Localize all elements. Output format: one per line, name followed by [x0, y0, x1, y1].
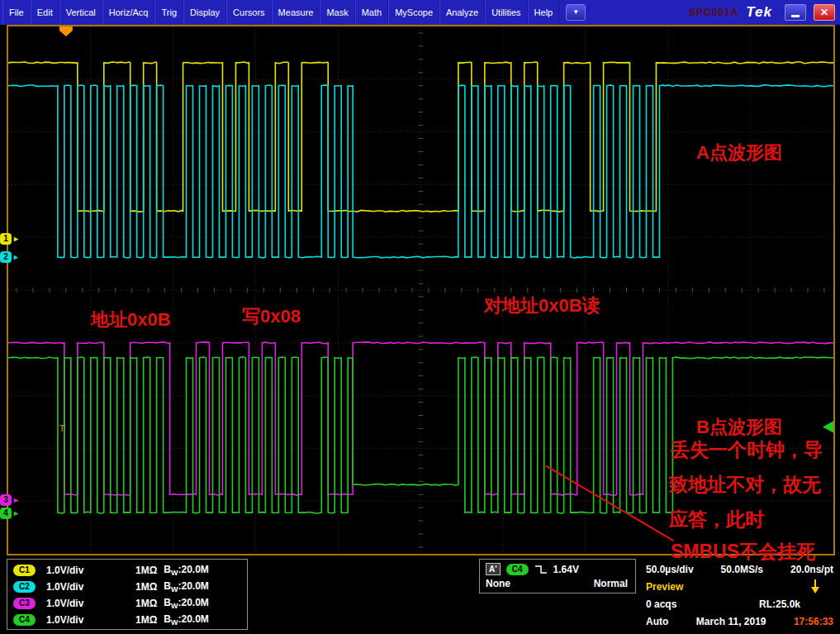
menu-item-math[interactable]: Math — [355, 0, 388, 25]
watermark-text: SPC001A — [689, 7, 738, 18]
mode-date-row: Auto March 11, 2019 17:56:33 — [646, 613, 833, 630]
menu-item-vertical[interactable]: Vertical — [59, 0, 102, 25]
channel-number-badge: 3 — [0, 494, 12, 506]
menu-item-mask[interactable]: Mask — [320, 0, 354, 25]
channel-position-marker-3[interactable]: 3► — [0, 494, 20, 506]
minimize-icon — [791, 15, 800, 17]
annotation-note-line1: 丢失一个时钟，导 — [671, 437, 823, 463]
channel-marker-arrow-icon: ► — [12, 233, 20, 245]
channel-scale-value: 1.0V/div — [46, 614, 99, 626]
minimize-button[interactable] — [785, 4, 806, 21]
annotation-note-line3: 应答，此时 — [669, 507, 764, 532]
channel-bandwidth-value: BW:20.0M — [164, 597, 209, 610]
tek-logo: Tek — [746, 4, 772, 21]
chevron-down-icon: ▼ — [572, 9, 579, 16]
timebase-value: 50.0µs/div — [646, 564, 694, 575]
annotation-a-waveform: A点波形图 — [696, 141, 782, 165]
channel-number-badge: 2 — [0, 251, 12, 263]
record-length-value: RL:25.0k — [759, 598, 800, 610]
annotation-read: 对地址0x0B读 — [484, 293, 600, 318]
time-value: 17:56:33 — [794, 616, 833, 627]
status-bar: C11.0V/div1MΩBW:20.0MC21.0V/div1MΩBW:20.… — [0, 555, 840, 634]
trigger-mode-row: None Normal — [486, 578, 628, 589]
annotation-b-waveform: B点波形图 — [696, 415, 782, 440]
menu-item-myscope[interactable]: MyScope — [388, 0, 439, 25]
channel-marker-arrow-icon: ► — [12, 251, 20, 263]
annotation-address: 地址0x0B — [91, 307, 171, 332]
channel-readout-box: C11.0V/div1MΩBW:20.0MC21.0V/div1MΩBW:20.… — [7, 559, 248, 630]
channel-badge-c4[interactable]: C4 — [13, 614, 36, 626]
trigger-a-badge: A' — [486, 563, 501, 575]
channel-bandwidth-value: BW:20.0M — [164, 613, 209, 627]
channel-badge-c1[interactable]: C1 — [13, 565, 36, 576]
menu-item-utilities[interactable]: Utilities — [485, 0, 527, 25]
channel-marker-arrow-icon: ► — [12, 508, 20, 519]
channel-readout-row-c3[interactable]: C31.0V/div1MΩBW:20.0M — [13, 595, 247, 612]
yellow-down-arrow-icon — [810, 579, 820, 594]
menu-item-measure[interactable]: Measure — [272, 0, 320, 25]
preview-row: Preview — [646, 578, 833, 595]
channel-number-badge: 4 — [0, 508, 12, 519]
menu-bar: FileEditVerticalHoriz/AcqTrigDisplayCurs… — [0, 0, 840, 25]
channel-bandwidth-value: BW:20.0M — [164, 580, 209, 593]
menu-right-cluster: SPC001A Tek ✕ — [689, 4, 840, 21]
channel-scale-value: 1.0V/div — [46, 598, 99, 609]
menu-item-help[interactable]: Help — [528, 0, 560, 25]
preview-label: Preview — [646, 581, 683, 593]
falling-edge-icon — [534, 564, 548, 575]
waveform-ch1-smbdat-a — [8, 62, 833, 212]
acquisition-row: 0 acqs RL:25.0k — [646, 595, 833, 613]
acquisition-mode: Auto — [646, 616, 668, 627]
channel-scale-value: 1.0V/div — [46, 565, 99, 576]
channel-bandwidth-value: BW:20.0M — [164, 564, 209, 577]
menu-items: FileEditVerticalHoriz/AcqTrigDisplayCurs… — [2, 0, 559, 25]
trigger-level-value: 1.64V — [553, 564, 579, 575]
channel-badge-c3[interactable]: C3 — [13, 598, 36, 609]
close-button[interactable]: ✕ — [814, 4, 835, 21]
channel-marker-arrow-icon: ► — [12, 494, 20, 506]
channel-badge-c2[interactable]: C2 — [13, 581, 36, 593]
channel-readout-row-c1[interactable]: C11.0V/div1MΩBW:20.0M — [13, 562, 247, 579]
annotation-note-line4: SMBUS不会挂死 — [671, 539, 815, 565]
sample-rate-value: 50.0MS/s — [721, 564, 763, 575]
oscilloscope-screen: FileEditVerticalHoriz/AcqTrigDisplayCurs… — [0, 0, 840, 634]
channel-scale-value: 1.0V/div — [46, 581, 99, 593]
trigger-readout-box[interactable]: A' C4 1.64V None Normal — [479, 559, 636, 593]
channel-impedance-value: 1MΩ — [135, 581, 157, 593]
date-value: March 11, 2019 — [696, 616, 766, 627]
menu-item-horiz-acq[interactable]: Horiz/Acq — [102, 0, 155, 25]
trigger-summary-row: A' C4 1.64V — [486, 563, 628, 575]
menu-dropdown-button[interactable]: ▼ — [566, 4, 586, 21]
menu-item-edit[interactable]: Edit — [31, 0, 59, 25]
channel-impedance-value: 1MΩ — [135, 565, 157, 576]
resolution-value: 20.0ns/pt — [790, 564, 833, 575]
menu-item-display[interactable]: Display — [183, 0, 226, 25]
menu-item-analyze[interactable]: Analyze — [439, 0, 485, 25]
menu-item-trig[interactable]: Trig — [154, 0, 183, 25]
acquisitions-count: 0 acqs — [646, 598, 676, 610]
annotation-note-line2: 致地址不对，故无 — [669, 472, 821, 498]
channel-impedance-value: 1MΩ — [135, 598, 157, 609]
trigger-mode-normal: Normal — [594, 578, 628, 589]
channel-position-marker-4[interactable]: 4► — [0, 508, 20, 519]
channel-impedance-value: 1MΩ — [135, 614, 157, 626]
channel-readout-row-c2[interactable]: C21.0V/div1MΩBW:20.0M — [13, 579, 247, 595]
horizontal-readout: 50.0µs/div 50.0MS/s 20.0ns/pt Preview 0 … — [646, 560, 833, 630]
channel-readout-row-c4[interactable]: C41.0V/div1MΩBW:20.0M — [13, 612, 247, 628]
channel-position-marker-1[interactable]: 1► — [0, 233, 20, 245]
annotation-write: 写0x08 — [242, 304, 301, 329]
trigger-source-badge: C4 — [506, 564, 529, 575]
channel-number-badge: 1 — [0, 233, 12, 245]
trigger-mode-none: None — [486, 578, 510, 589]
menu-item-cursors[interactable]: Cursors — [226, 0, 272, 25]
menu-item-file[interactable]: File — [2, 0, 31, 25]
channel-position-marker-2[interactable]: 2► — [0, 251, 20, 263]
